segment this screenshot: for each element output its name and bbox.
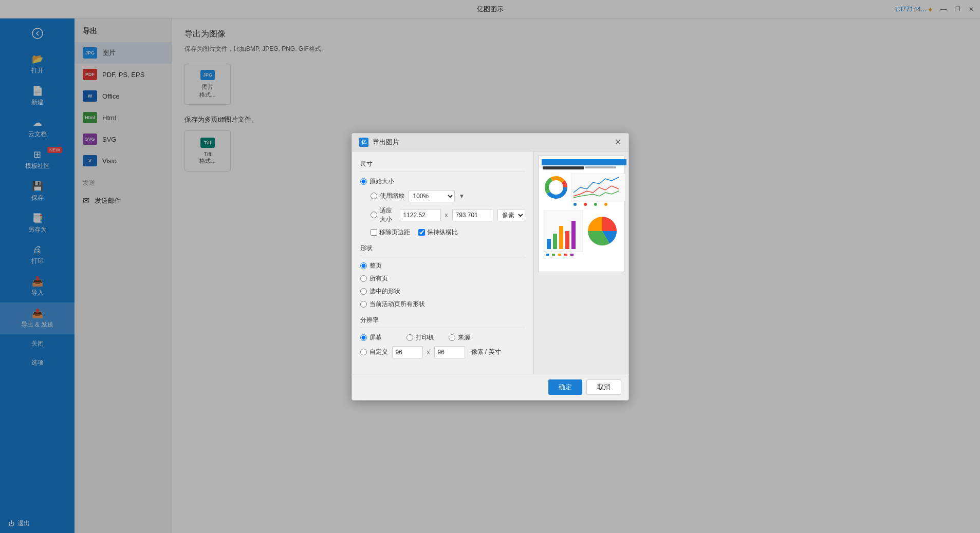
fit-height-input[interactable] — [452, 209, 493, 221]
svg-rect-25 — [570, 254, 574, 256]
original-size-row: 原始大小 — [360, 177, 525, 186]
fit-width-input[interactable] — [400, 209, 441, 221]
remove-margin-label: 移除页边距 — [379, 228, 410, 237]
original-size-option[interactable]: 原始大小 — [360, 177, 394, 186]
dialog-title-icon: 亿 — [359, 138, 368, 147]
dialog-close-button[interactable]: ✕ — [615, 138, 621, 146]
all-pages-radio[interactable] — [360, 275, 367, 282]
printer-radio[interactable] — [406, 334, 413, 341]
scale-radio[interactable] — [371, 193, 377, 199]
fit-radio[interactable] — [371, 212, 377, 218]
dialog-title: 亿 导出图片 — [359, 138, 399, 147]
dialog-body: 尺寸 原始大小 使用缩放 100% — [352, 151, 628, 374]
svg-rect-18 — [565, 231, 569, 249]
active-page-shapes-option[interactable]: 当前活动页所有形状 — [360, 300, 425, 309]
unit-select[interactable]: 像素 英寸 厘米 — [497, 209, 525, 221]
preview-svg — [542, 159, 626, 267]
resolution-unit-label: 像素 / 英寸 — [471, 348, 501, 356]
active-page-shapes-radio[interactable] — [360, 301, 367, 308]
svg-rect-1 — [542, 159, 626, 165]
screen-option[interactable]: 屏幕 — [360, 333, 382, 342]
scale-select[interactable]: 100% 50% 200% — [409, 190, 455, 202]
svg-point-12 — [594, 203, 597, 206]
cancel-button[interactable]: 取消 — [586, 379, 621, 395]
original-size-radio[interactable] — [360, 178, 367, 185]
original-size-label: 原始大小 — [369, 177, 394, 186]
svg-point-11 — [584, 203, 587, 206]
keep-ratio-checkbox[interactable] — [418, 229, 425, 236]
whole-page-label: 整页 — [369, 261, 382, 270]
printer-label: 打印机 — [416, 333, 434, 342]
scale-option[interactable]: 使用缩放 — [371, 192, 404, 200]
dialog-footer: 确定 取消 — [352, 374, 628, 400]
margin-ratio-row: 移除页边距 保持纵横比 — [371, 228, 525, 237]
custom-option[interactable]: 自定义 — [360, 348, 388, 356]
selected-shapes-radio[interactable] — [360, 288, 367, 295]
selected-shapes-row: 选中的形状 — [360, 287, 525, 296]
dialog-overlay: 亿 导出图片 ✕ 尺寸 原始大小 — [0, 0, 980, 533]
screen-label: 屏幕 — [369, 333, 382, 342]
svg-point-13 — [604, 203, 607, 206]
custom-y-input[interactable] — [434, 346, 465, 358]
confirm-button[interactable]: 确定 — [548, 379, 582, 395]
all-pages-option[interactable]: 所有页 — [360, 274, 388, 283]
fit-row: 适应大小 x 像素 英寸 厘米 — [360, 206, 525, 224]
screen-radio[interactable] — [360, 334, 367, 341]
scale-row: 使用缩放 100% 50% 200% ▼ — [360, 190, 525, 202]
whole-page-row: 整页 — [360, 261, 525, 270]
whole-page-radio[interactable] — [360, 262, 367, 269]
custom-label: 自定义 — [369, 348, 388, 356]
shape-section: 形状 整页 所有页 — [360, 244, 525, 309]
whole-page-option[interactable]: 整页 — [360, 261, 382, 270]
active-page-shapes-row: 当前活动页所有形状 — [360, 300, 525, 309]
svg-rect-3 — [585, 166, 616, 168]
svg-rect-17 — [559, 226, 563, 249]
remove-margin-checkbox[interactable] — [371, 229, 377, 236]
custom-resolution-row: 自定义 x 像素 / 英寸 — [360, 346, 525, 358]
all-pages-label: 所有页 — [369, 274, 388, 283]
dialog-left: 尺寸 原始大小 使用缩放 100% — [352, 151, 533, 374]
source-option[interactable]: 来源 — [449, 333, 470, 342]
remove-margin-option[interactable]: 移除页边距 — [371, 228, 410, 237]
all-pages-row: 所有页 — [360, 274, 525, 283]
svg-rect-21 — [546, 254, 549, 256]
fit-option[interactable]: 适应大小 — [371, 206, 396, 224]
svg-rect-22 — [552, 254, 555, 256]
dialog-preview — [538, 156, 624, 272]
scale-label: 使用缩放 — [380, 192, 404, 200]
resolution-section-label: 分辨率 — [360, 316, 525, 328]
size-section-label: 尺寸 — [360, 160, 525, 172]
svg-rect-24 — [564, 254, 567, 256]
source-label: 来源 — [458, 333, 470, 342]
resolution-options-row: 屏幕 打印机 来源 — [360, 333, 525, 342]
keep-ratio-option[interactable]: 保持纵横比 — [418, 228, 458, 237]
svg-rect-2 — [543, 166, 584, 169]
dialog-preview-panel — [533, 151, 628, 374]
fit-label: 适应大小 — [380, 206, 396, 224]
keep-ratio-label: 保持纵横比 — [427, 228, 458, 237]
dialog-title-text: 导出图片 — [373, 138, 399, 147]
dialog-header: 亿 导出图片 ✕ — [352, 134, 628, 151]
size-section: 尺寸 原始大小 使用缩放 100% — [360, 160, 525, 237]
active-page-shapes-label: 当前活动页所有形状 — [369, 300, 425, 309]
svg-rect-15 — [547, 239, 551, 249]
svg-point-10 — [574, 203, 577, 206]
selected-shapes-option[interactable]: 选中的形状 — [360, 287, 400, 296]
shape-section-label: 形状 — [360, 244, 525, 256]
selected-shapes-label: 选中的形状 — [369, 287, 400, 296]
svg-rect-19 — [571, 221, 576, 249]
printer-option[interactable]: 打印机 — [406, 333, 434, 342]
custom-x-input[interactable] — [392, 346, 423, 358]
svg-rect-16 — [553, 234, 557, 249]
export-image-dialog: 亿 导出图片 ✕ 尺寸 原始大小 — [352, 133, 629, 401]
custom-radio[interactable] — [360, 349, 367, 355]
resolution-section: 分辨率 屏幕 打印机 来源 — [360, 316, 525, 358]
size-x-separator: x — [445, 212, 448, 219]
scale-dropdown-icon: ▼ — [459, 193, 465, 200]
source-radio[interactable] — [449, 334, 455, 341]
resolution-x-separator: x — [427, 349, 430, 356]
svg-rect-23 — [558, 254, 561, 256]
